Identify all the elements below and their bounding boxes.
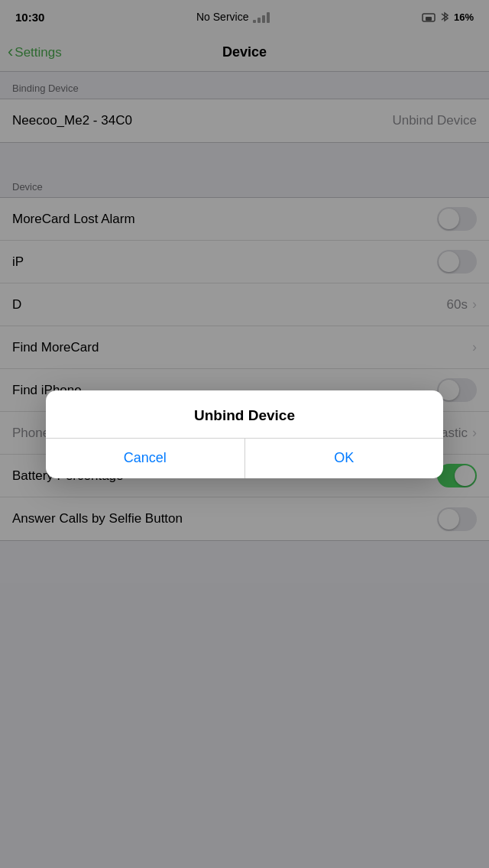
modal-ok-button[interactable]: OK <box>245 439 444 478</box>
modal-buttons: Cancel OK <box>46 439 443 478</box>
modal-title: Unbind Device <box>194 407 295 423</box>
modal-overlay: Unbind Device Cancel OK <box>0 0 489 868</box>
modal-cancel-button[interactable]: Cancel <box>46 439 245 478</box>
modal-box: Unbind Device Cancel OK <box>46 390 443 478</box>
modal-title-area: Unbind Device <box>46 390 443 439</box>
